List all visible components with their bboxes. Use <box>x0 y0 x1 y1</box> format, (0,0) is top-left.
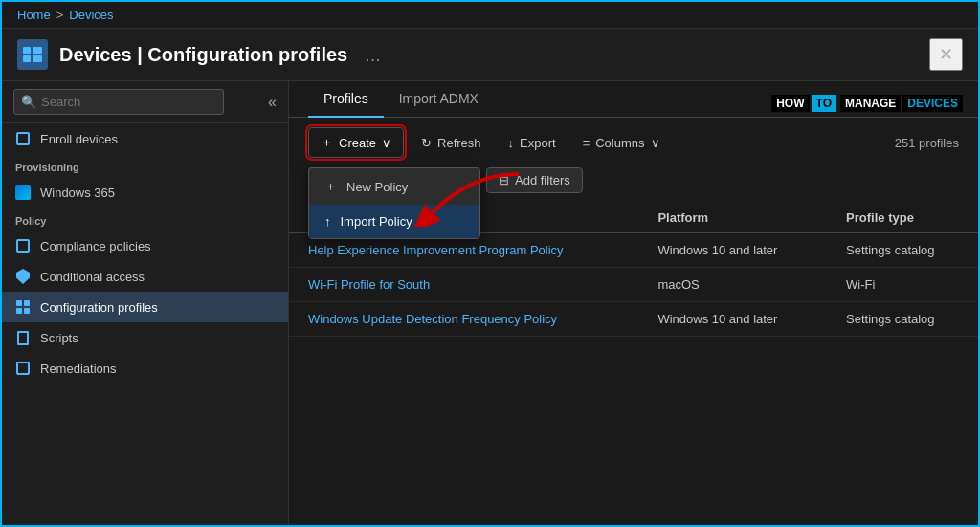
svg-rect-1 <box>33 47 42 54</box>
filter-icon: ⊟ <box>499 173 509 187</box>
toolbar: ＋ Create ∨ ↻ Refresh ↓ Export ≡ Columns … <box>289 118 978 167</box>
header-left: Devices | Configuration profiles ... <box>17 39 387 70</box>
profiles-count: 251 profiles <box>895 136 959 150</box>
sidebar-item-label: Enroll devices <box>40 132 118 146</box>
col-header-platform[interactable]: Platform <box>638 203 827 233</box>
sidebar-item-scripts[interactable]: Scripts <box>2 322 288 353</box>
svg-rect-0 <box>23 47 31 54</box>
export-icon: ↓ <box>508 136 515 150</box>
columns-chevron-icon: ∨ <box>651 136 660 150</box>
main-layout: 🔍 « Enroll devices Provisioning Windows … <box>2 81 978 527</box>
import-icon: ↑ <box>324 214 331 229</box>
chevron-down-icon: ∨ <box>382 136 391 150</box>
profile-name-cell[interactable]: Windows Update Detection Frequency Polic… <box>289 302 638 337</box>
plus-icon: ＋ <box>324 178 337 195</box>
close-button[interactable]: ✕ <box>929 38 963 71</box>
sidebar-item-label: Conditional access <box>40 270 145 284</box>
remediations-icon <box>15 361 31 376</box>
search-box: 🔍 « <box>2 81 288 123</box>
sidebar-item-compliance[interactable]: Compliance policies <box>2 231 288 261</box>
logo-devices: DEVICES <box>902 95 963 112</box>
sidebar-item-remediations[interactable]: Remediations <box>2 353 288 384</box>
collapse-button[interactable]: « <box>268 94 277 111</box>
columns-button[interactable]: ≡ Columns ∨ <box>573 130 670 156</box>
page-title: Devices | Configuration profiles <box>59 44 347 66</box>
breadcrumb-bar: Home > Devices <box>2 2 978 29</box>
compliance-icon <box>15 238 31 253</box>
table-row[interactable]: Wi-Fi Profile for South macOS Wi-Fi <box>289 268 978 302</box>
page-header: Devices | Configuration profiles ... ✕ <box>2 29 978 81</box>
logo-how: HOW <box>771 95 809 112</box>
search-input[interactable] <box>13 89 224 115</box>
svg-rect-3 <box>33 55 42 62</box>
sidebar-item-configuration-profiles[interactable]: Configuration profiles <box>2 292 288 322</box>
conditional-access-icon <box>15 269 31 284</box>
add-filters-button[interactable]: ⊟ Add filters <box>486 167 583 193</box>
platform-cell: Windows 10 and later <box>638 233 827 268</box>
sidebar-item-label: Compliance policies <box>40 239 151 253</box>
refresh-button[interactable]: ↻ Refresh <box>412 130 491 156</box>
refresh-icon: ↻ <box>421 136 432 150</box>
tab-import-admx[interactable]: Import ADMX <box>384 81 494 118</box>
export-label: Export <box>520 136 556 150</box>
profile-type-cell: Wi-Fi <box>827 268 978 302</box>
sidebar: 🔍 « Enroll devices Provisioning Windows … <box>2 81 289 527</box>
import-policy-label: Import Policy <box>341 214 412 229</box>
breadcrumb-devices[interactable]: Devices <box>69 8 113 22</box>
col-header-type[interactable]: Profile type <box>827 203 978 233</box>
profiles-table-container: Profile name ↑ Platform Profile type Hel… <box>289 203 978 527</box>
sidebar-item-windows365[interactable]: Windows 365 <box>2 177 288 208</box>
columns-label: Columns <box>595 136 644 150</box>
breadcrumb-separator: > <box>56 8 64 22</box>
sidebar-item-enroll-devices[interactable]: Enroll devices <box>2 123 288 154</box>
sidebar-item-label: Scripts <box>40 331 78 345</box>
sidebar-item-label: Configuration profiles <box>40 300 158 315</box>
create-button[interactable]: ＋ Create ∨ <box>308 127 404 158</box>
sidebar-item-label: Windows 365 <box>40 186 115 200</box>
logo-to: TO <box>812 95 836 112</box>
add-filters-label: Add filters <box>515 173 570 187</box>
enroll-devices-icon <box>15 131 31 146</box>
platform-cell: macOS <box>638 268 827 302</box>
svg-rect-2 <box>23 55 31 62</box>
profile-name-cell[interactable]: Wi-Fi Profile for South <box>289 268 638 302</box>
create-dropdown-menu: ＋ New Policy ↑ Import Policy <box>308 167 480 239</box>
table-row[interactable]: Windows Update Detection Frequency Polic… <box>289 302 978 337</box>
refresh-label: Refresh <box>437 136 481 150</box>
import-policy-item[interactable]: ↑ Import Policy <box>309 205 479 238</box>
logo-watermark: HOW TO MANAGE DEVICES <box>771 95 963 112</box>
search-icon: 🔍 <box>21 95 36 109</box>
columns-icon: ≡ <box>583 136 590 150</box>
profile-type-cell: Settings catalog <box>827 233 978 268</box>
export-button[interactable]: ↓ Export <box>499 130 566 156</box>
section-label-provisioning: Provisioning <box>2 154 288 177</box>
scripts-icon <box>15 330 31 345</box>
sidebar-item-conditional-access[interactable]: Conditional access <box>2 261 288 292</box>
content-area: HOW TO MANAGE DEVICES Profiles Import AD… <box>289 81 978 527</box>
profile-type-cell: Settings catalog <box>827 302 978 337</box>
breadcrumb-home[interactable]: Home <box>17 8 51 22</box>
platform-cell: Windows 10 and later <box>638 302 827 337</box>
tab-profiles[interactable]: Profiles <box>308 81 384 118</box>
section-label-policy: Policy <box>2 208 288 231</box>
windows365-icon <box>15 185 31 200</box>
create-label: Create <box>339 136 376 150</box>
more-options-button[interactable]: ... <box>359 44 387 66</box>
configuration-profiles-icon <box>15 299 31 315</box>
new-policy-item[interactable]: ＋ New Policy <box>309 168 479 205</box>
logo-manage: MANAGE <box>840 95 901 112</box>
new-policy-label: New Policy <box>346 180 408 194</box>
page-icon <box>17 39 48 70</box>
sidebar-item-label: Remediations <box>40 362 117 376</box>
plus-icon: ＋ <box>321 134 333 151</box>
